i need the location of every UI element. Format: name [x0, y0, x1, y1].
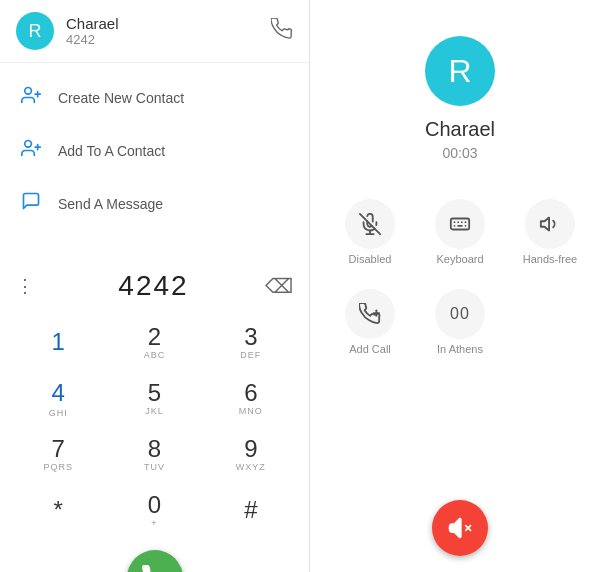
end-call-row	[310, 500, 610, 572]
add-to-contact-item[interactable]: Add To A Contact	[0, 124, 309, 177]
create-contact-icon	[20, 85, 42, 110]
active-call-section: R Charael 00:03 Disabled	[310, 0, 610, 383]
backspace-icon[interactable]: ⌫	[265, 274, 293, 298]
in-athens-action[interactable]: 00 In Athens	[415, 281, 505, 363]
dialpad-menu-icon[interactable]: ⋮	[16, 275, 34, 297]
send-message-icon	[20, 191, 42, 216]
dial-number-display: 4242	[42, 270, 265, 302]
key-5[interactable]: 5 JKL	[106, 370, 202, 426]
keypad: 1 2 ABC 3 DEF 4 GHI 5 JKL 6 MNO	[0, 314, 309, 538]
key-4[interactable]: 4 GHI	[10, 370, 106, 426]
keyboard-icon	[435, 199, 485, 249]
right-panel: R Charael 00:03 Disabled	[310, 0, 610, 572]
keyboard-label: Keyboard	[436, 253, 483, 265]
caller-number: 4242	[66, 32, 271, 47]
avatar-small: R	[16, 12, 54, 50]
caller-header: R Charael 4242	[0, 0, 309, 63]
action-grid: Disabled Keyboard	[325, 191, 595, 363]
dial-input-row: ⋮ 4242 ⌫	[0, 262, 309, 310]
call-duration: 00:03	[442, 145, 477, 161]
caller-info: Charael 4242	[66, 15, 271, 47]
active-caller-name: Charael	[425, 118, 495, 141]
caller-name: Charael	[66, 15, 271, 32]
mute-label: Disabled	[349, 253, 392, 265]
add-to-contact-label: Add To A Contact	[58, 143, 165, 159]
left-panel: R Charael 4242 Create New Contact	[0, 0, 310, 572]
keyboard-action[interactable]: Keyboard	[415, 191, 505, 273]
add-call-label: Add Call	[349, 343, 391, 355]
avatar-large: R	[425, 36, 495, 106]
svg-rect-9	[451, 219, 469, 230]
key-7[interactable]: 7 PQRS	[10, 426, 106, 482]
speaker-label: Hands-free	[523, 253, 577, 265]
create-contact-item[interactable]: Create New Contact	[0, 71, 309, 124]
key-2[interactable]: 2 ABC	[106, 314, 202, 370]
key-1[interactable]: 1	[10, 314, 106, 370]
end-call-button[interactable]	[432, 500, 488, 556]
mute-action[interactable]: Disabled	[325, 191, 415, 273]
dialpad-section: ⋮ 4242 ⌫ 1 2 ABC 3 DEF 4 GHI	[0, 254, 309, 572]
send-message-label: Send A Message	[58, 196, 163, 212]
send-message-item[interactable]: Send A Message	[0, 177, 309, 230]
key-hash[interactable]: #	[203, 482, 299, 538]
add-call-action[interactable]: Add Call	[325, 281, 415, 363]
key-3[interactable]: 3 DEF	[203, 314, 299, 370]
key-8[interactable]: 8 TUV	[106, 426, 202, 482]
create-contact-label: Create New Contact	[58, 90, 184, 106]
mute-icon	[345, 199, 395, 249]
add-call-icon	[345, 289, 395, 339]
add-to-contact-icon	[20, 138, 42, 163]
in-athens-label: In Athens	[437, 343, 483, 355]
call-button[interactable]	[127, 550, 183, 572]
key-star[interactable]: *	[10, 482, 106, 538]
speaker-action[interactable]: Hands-free	[505, 191, 595, 273]
key-6[interactable]: 6 MNO	[203, 370, 299, 426]
in-athens-icon: 00	[435, 289, 485, 339]
svg-point-3	[25, 141, 32, 148]
call-button-row	[0, 538, 309, 572]
menu-items: Create New Contact Add To A Contact Send…	[0, 63, 309, 238]
call-icon	[271, 18, 293, 45]
key-9[interactable]: 9 WXYZ	[203, 426, 299, 482]
svg-point-0	[25, 88, 32, 95]
key-0[interactable]: 0 +	[106, 482, 202, 538]
speaker-icon	[525, 199, 575, 249]
svg-marker-17	[541, 218, 549, 231]
